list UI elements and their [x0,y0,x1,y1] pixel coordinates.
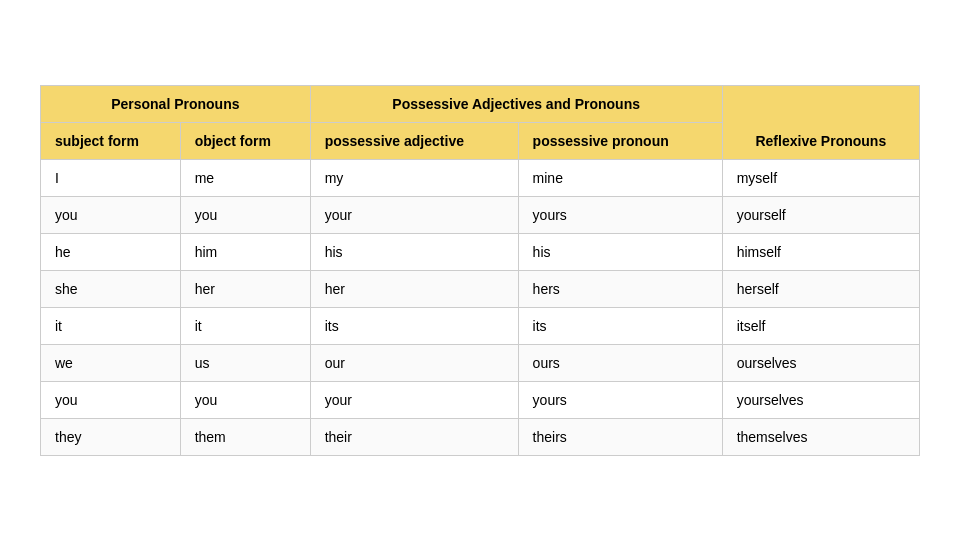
table-row: weusouroursourselves [41,344,920,381]
poss-pron-cell: yours [518,196,722,233]
poss-adj-cell: its [310,307,518,344]
table-row: hehimhishishimself [41,233,920,270]
object-cell: us [180,344,310,381]
pronoun-table: Personal Pronouns Possessive Adjectives … [40,85,920,456]
subject-cell: it [41,307,181,344]
subject-cell: you [41,381,181,418]
subject-cell: we [41,344,181,381]
object-cell: it [180,307,310,344]
poss-adj-cell: your [310,381,518,418]
poss-adj-cell: your [310,196,518,233]
poss-adj-cell: my [310,159,518,196]
subject-cell: they [41,418,181,455]
reflexive-cell: myself [722,159,919,196]
poss-pron-cell: hers [518,270,722,307]
table-row: itititsitsitself [41,307,920,344]
poss-adj-cell: our [310,344,518,381]
reflexive-header: Reflexive Pronouns [722,85,919,159]
reflexive-cell: himself [722,233,919,270]
reflexive-cell: yourself [722,196,919,233]
object-cell: them [180,418,310,455]
reflexive-cell: ourselves [722,344,919,381]
poss-adj-cell: her [310,270,518,307]
possessive-header: Possessive Adjectives and Pronouns [310,85,722,122]
table-row: theythemtheirtheirsthemselves [41,418,920,455]
poss-adj-cell: his [310,233,518,270]
poss-pron-cell: his [518,233,722,270]
subject-cell: I [41,159,181,196]
object-cell: you [180,196,310,233]
reflexive-cell: yourselves [722,381,919,418]
object-form-header: object form [180,122,310,159]
possessive-pronoun-header: possessive pronoun [518,122,722,159]
table-row: Imemyminemyself [41,159,920,196]
object-cell: you [180,381,310,418]
poss-pron-cell: ours [518,344,722,381]
object-cell: me [180,159,310,196]
object-cell: her [180,270,310,307]
reflexive-cell: itself [722,307,919,344]
table-row: sheherherhersherself [41,270,920,307]
object-cell: him [180,233,310,270]
personal-pronouns-header: Personal Pronouns [41,85,311,122]
poss-adj-cell: their [310,418,518,455]
pronoun-table-wrapper: Personal Pronouns Possessive Adjectives … [40,85,920,456]
poss-pron-cell: its [518,307,722,344]
table-row: youyouyouryoursyourself [41,196,920,233]
subject-form-header: subject form [41,122,181,159]
poss-pron-cell: mine [518,159,722,196]
subject-cell: she [41,270,181,307]
poss-pron-cell: yours [518,381,722,418]
reflexive-cell: herself [722,270,919,307]
table-row: youyouyouryoursyourselves [41,381,920,418]
possessive-adjective-header: possessive adjective [310,122,518,159]
poss-pron-cell: theirs [518,418,722,455]
subject-cell: you [41,196,181,233]
subject-cell: he [41,233,181,270]
reflexive-cell: themselves [722,418,919,455]
